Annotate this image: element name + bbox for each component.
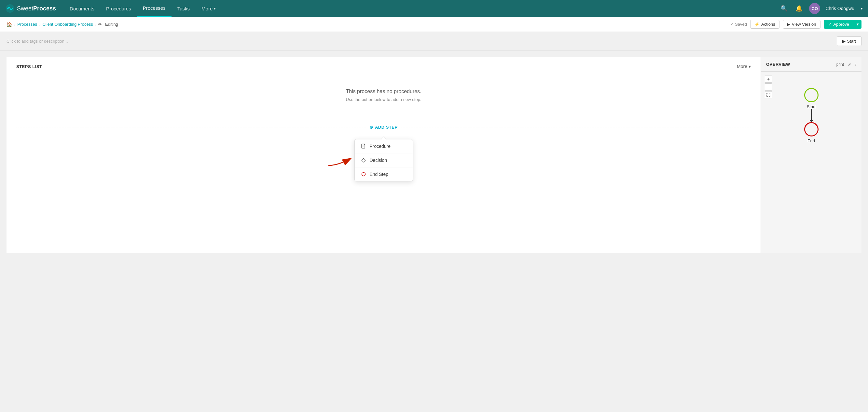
subtitle-placeholder[interactable]: Click to add tags or description... — [6, 39, 68, 43]
dropdown-menu: Procedure Decision — [354, 139, 413, 181]
add-step-button[interactable]: ⊕ ADD STEP — [369, 125, 397, 129]
dropdown-end-step-label: End Step — [370, 172, 389, 177]
logo[interactable]: SweetProcess — [5, 4, 56, 13]
empty-state: This process has no procedures. Use the … — [16, 76, 751, 115]
start-play-icon: ▶ — [842, 39, 845, 43]
dropdown-wrapper: Procedure Decision — [354, 139, 413, 181]
flow-node-end: End — [804, 122, 818, 143]
dropdown-caret-icon — [381, 137, 386, 140]
start-node-circle — [804, 88, 818, 102]
breadcrumb-sep-2: › — [39, 22, 40, 27]
breadcrumb-sep-1: › — [14, 22, 15, 27]
lightning-icon: ⚡ — [754, 22, 760, 27]
saved-badge: ✓ Saved — [730, 22, 747, 27]
toolbar-actions: ✓ Saved ⚡ Actions ▶ View Version ✓ Appro… — [730, 20, 862, 29]
nav-item-tasks[interactable]: Tasks — [172, 0, 195, 17]
breadcrumb-processes-link[interactable]: Processes — [17, 22, 37, 27]
dropdown-item-end-step[interactable]: End Step — [355, 168, 413, 181]
start-label: Start — [847, 39, 856, 43]
approve-main-button[interactable]: ✓ Approve — [824, 20, 854, 29]
start-node-label: Start — [807, 104, 815, 109]
dropdown-procedure-label: Procedure — [370, 144, 391, 149]
add-step-label: ADD STEP — [375, 125, 398, 129]
steps-more-label: More — [737, 64, 747, 69]
dropdown-item-decision[interactable]: Decision — [355, 153, 413, 168]
zoom-out-button[interactable]: − — [765, 83, 772, 91]
overview-body: + − Start End — [761, 72, 862, 253]
end-node-circle — [804, 122, 818, 137]
decision-icon — [361, 158, 367, 163]
dropdown-item-procedure[interactable]: Procedure — [355, 139, 413, 153]
zoom-controls: + − — [765, 76, 772, 98]
divider-line-left — [16, 127, 366, 127]
home-icon[interactable]: 🏠 — [6, 22, 12, 27]
nav-menu: Documents Procedures Processes Tasks Mor… — [64, 0, 779, 17]
subtitle-area: Click to add tags or description... ▶ St… — [0, 32, 868, 51]
view-version-button[interactable]: ▶ View Version — [783, 20, 820, 29]
overview-expand-button[interactable]: ⤢ — [848, 62, 851, 67]
steps-header: STEPS LIST More ▾ — [16, 64, 751, 69]
end-step-icon — [361, 172, 367, 177]
steps-panel: STEPS LIST More ▾ This process has no pr… — [6, 57, 761, 253]
overview-panel: OVERVIEW print ⤢ › + − Start — [761, 57, 862, 253]
start-button[interactable]: ▶ Start — [837, 36, 862, 46]
nav-item-processes[interactable]: Processes — [137, 0, 172, 17]
add-step-icon: ⊕ — [369, 125, 373, 129]
search-button[interactable]: 🔍 — [779, 4, 789, 13]
flow-node-start: Start — [804, 88, 818, 109]
nav-right-actions: 🔍 🔔 CO Chris Odogwu ▾ — [779, 3, 863, 14]
logo-text-light: Sweet — [17, 5, 33, 12]
breadcrumb-process-name-link[interactable]: Client Onboarding Process — [42, 22, 93, 27]
saved-label: Saved — [735, 22, 747, 27]
overview-next-button[interactable]: › — [855, 62, 856, 67]
top-navigation: SweetProcess Documents Procedures Proces… — [0, 0, 868, 17]
breadcrumb-sep-3: › — [95, 22, 96, 27]
approve-dropdown-button[interactable]: ▾ — [854, 20, 862, 29]
nav-item-procedures[interactable]: Procedures — [100, 0, 137, 17]
nav-item-more[interactable]: More ▾ — [195, 0, 222, 17]
steps-more-button[interactable]: More ▾ — [737, 64, 751, 69]
add-step-divider: ⊕ ADD STEP — [16, 125, 751, 129]
end-node-label: End — [807, 139, 815, 143]
nav-more-chevron-icon: ▾ — [214, 6, 216, 11]
avatar[interactable]: CO — [809, 3, 820, 14]
steps-more-chevron-icon: ▾ — [749, 64, 751, 69]
svg-point-1 — [7, 8, 9, 9]
overview-print-button[interactable]: print — [836, 62, 844, 67]
empty-state-title: This process has no procedures. — [23, 89, 744, 94]
edit-icon: ✏ — [98, 22, 102, 27]
approve-button-group: ✓ Approve ▾ — [824, 20, 862, 29]
svg-point-4 — [362, 173, 365, 176]
nav-item-documents[interactable]: Documents — [64, 0, 100, 17]
actions-label: Actions — [761, 22, 775, 27]
dropdown-decision-label: Decision — [370, 158, 387, 163]
flow-diagram: Start End — [804, 88, 818, 143]
divider-line-right — [401, 127, 751, 127]
approve-check-icon: ✓ — [828, 22, 832, 27]
breadcrumb-bar: 🏠 › Processes › Client Onboarding Proces… — [0, 17, 868, 32]
user-name[interactable]: Chris Odogwu — [825, 6, 854, 11]
approve-label: Approve — [834, 22, 849, 27]
nav-more-label: More — [202, 6, 213, 11]
main-content: STEPS LIST More ▾ This process has no pr… — [6, 57, 862, 253]
zoom-fit-button[interactable] — [765, 91, 772, 98]
steps-title: STEPS LIST — [16, 64, 42, 69]
empty-state-subtitle: Use the button below to add a new step. — [23, 97, 744, 102]
overview-header: OVERVIEW print ⤢ › — [761, 57, 862, 72]
search-icon: 🔍 — [780, 5, 787, 12]
overview-actions: print ⤢ › — [836, 62, 856, 67]
dropdown-container: Procedure Decision — [16, 139, 751, 181]
logo-text-bold: Process — [33, 5, 56, 12]
procedure-icon — [361, 144, 367, 149]
notifications-button[interactable]: 🔔 — [794, 4, 804, 13]
user-chevron-icon: ▾ — [861, 6, 863, 11]
flow-connector-arrow — [811, 109, 812, 122]
zoom-in-button[interactable]: + — [765, 76, 772, 83]
actions-button[interactable]: ⚡ Actions — [750, 20, 779, 29]
breadcrumb: 🏠 › Processes › Client Onboarding Proces… — [6, 22, 118, 27]
breadcrumb-current: Editing — [105, 22, 118, 27]
play-icon: ▶ — [787, 22, 790, 27]
overview-title: OVERVIEW — [766, 62, 790, 67]
view-version-label: View Version — [792, 22, 816, 27]
bell-icon: 🔔 — [796, 5, 803, 12]
